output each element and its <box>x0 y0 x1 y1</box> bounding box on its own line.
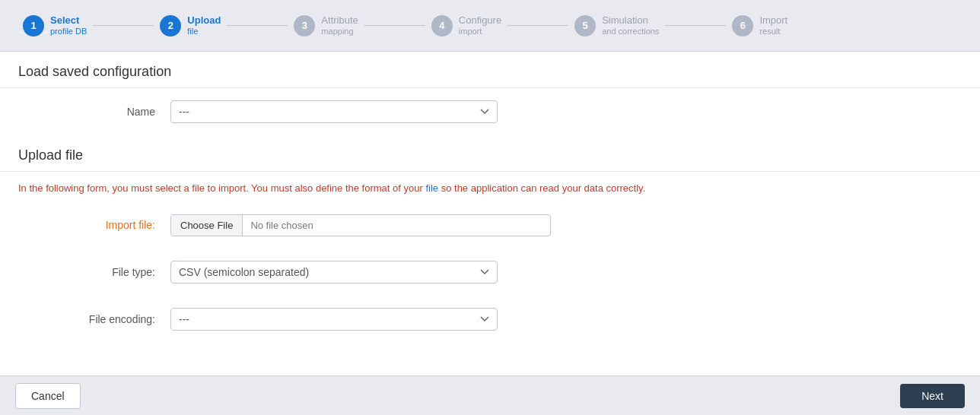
stepper: 1 Select profile DB 2 Upload file 3 Attr… <box>0 0 980 52</box>
load-config-title: Load saved configuration <box>18 64 962 80</box>
step-3-label: Attribute mapping <box>321 14 358 36</box>
step-2-main: Upload <box>187 14 221 27</box>
step-5-sub: and corrections <box>602 27 659 36</box>
info-text-part2: so the application can read your data co… <box>438 182 645 194</box>
import-file-label: Import file: <box>18 219 170 231</box>
connector-1-2 <box>93 25 154 26</box>
step-1-label: Select profile DB <box>50 14 87 36</box>
info-text-part1: In the following form, you must select a… <box>18 182 425 194</box>
load-config-section-header: Load saved configuration <box>0 52 980 88</box>
step-4-circle: 4 <box>431 15 453 36</box>
info-text: In the following form, you must select a… <box>0 172 980 202</box>
file-type-select[interactable]: CSV (semicolon separated) CSV (comma sep… <box>170 261 498 284</box>
step-5-main: Simulation <box>602 14 659 27</box>
step-2: 2 Upload file <box>160 14 221 36</box>
step-5: 5 Simulation and corrections <box>574 14 659 36</box>
cancel-button[interactable]: Cancel <box>15 383 81 409</box>
file-encoding-row: File encoding: --- UTF-8 Latin-1 <box>0 296 980 343</box>
step-1-main: Select <box>50 14 87 27</box>
step-2-label: Upload file <box>187 14 221 36</box>
step-6-sub: result <box>759 27 788 36</box>
upload-file-section-header: Upload file <box>0 135 980 172</box>
step-4-main: Configure <box>459 14 501 27</box>
step-6-circle: 6 <box>732 15 753 36</box>
step-1: 1 Select profile DB <box>23 14 87 36</box>
step-3-circle: 3 <box>294 15 315 36</box>
file-encoding-label: File encoding: <box>18 313 170 325</box>
file-name-display: No file chosen <box>243 215 550 236</box>
step-4: 4 Configure import <box>431 14 501 36</box>
connector-3-4 <box>364 25 425 26</box>
import-file-row: Import file: Choose File No file chosen <box>0 202 980 249</box>
connector-2-3 <box>227 25 288 26</box>
step-6: 6 Import result <box>732 14 788 36</box>
file-input-wrapper: Choose File No file chosen <box>170 214 551 236</box>
file-encoding-select[interactable]: --- UTF-8 Latin-1 <box>170 308 498 331</box>
step-5-circle: 5 <box>574 15 596 36</box>
step-2-circle: 2 <box>160 15 181 36</box>
step-5-label: Simulation and corrections <box>602 14 659 36</box>
step-4-sub: import <box>459 27 501 36</box>
step-4-label: Configure import <box>459 14 501 36</box>
next-button[interactable]: Next <box>900 384 965 408</box>
step-3: 3 Attribute mapping <box>294 14 358 36</box>
name-label: Name <box>18 106 170 118</box>
step-1-circle: 1 <box>23 15 44 36</box>
step-6-main: Import <box>759 14 788 27</box>
step-1-sub: profile DB <box>50 27 87 36</box>
connector-4-5 <box>508 25 568 26</box>
main-content: Load saved configuration Name --- Upload… <box>0 52 980 375</box>
step-6-label: Import result <box>759 14 788 36</box>
file-type-label: File type: <box>18 266 170 278</box>
file-type-row: File type: CSV (semicolon separated) CSV… <box>0 249 980 296</box>
connector-5-6 <box>665 25 726 26</box>
info-text-blue: file <box>425 182 438 194</box>
name-row: Name --- <box>0 88 980 135</box>
step-3-sub: mapping <box>321 27 358 36</box>
choose-file-button[interactable]: Choose File <box>171 215 243 236</box>
step-2-sub: file <box>187 27 221 36</box>
upload-file-title: Upload file <box>18 147 962 163</box>
name-select[interactable]: --- <box>170 100 498 123</box>
footer: Cancel Next <box>0 375 980 415</box>
step-3-main: Attribute <box>321 14 358 27</box>
